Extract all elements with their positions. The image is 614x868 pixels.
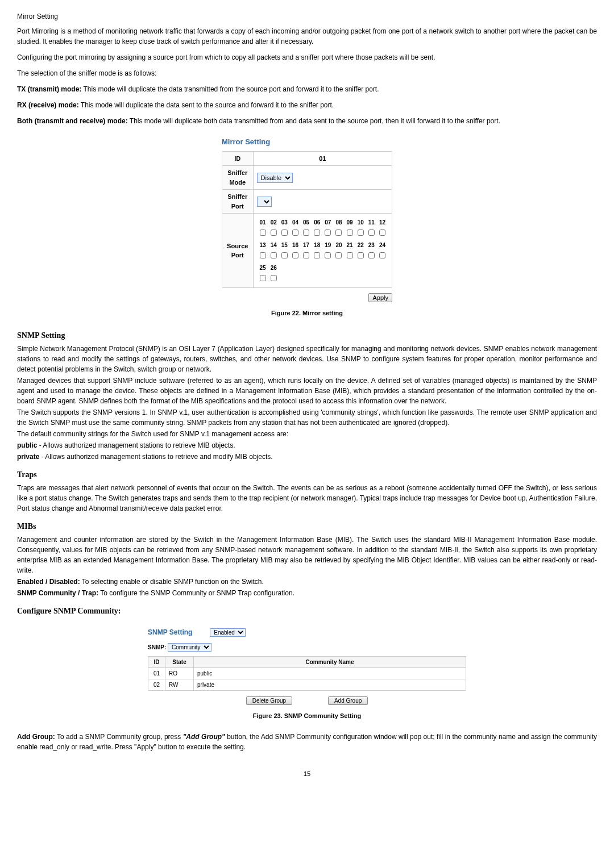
cell-id: 01 xyxy=(148,667,165,679)
port-number: 09 xyxy=(345,217,355,228)
sniffer-port-label: Sniffer Port xyxy=(222,190,254,214)
mibs-p1: Management and counter information are s… xyxy=(17,535,597,575)
port-number: 15 xyxy=(280,240,289,251)
source-port-checkbox[interactable] xyxy=(281,252,288,258)
cell-id: 02 xyxy=(148,679,165,690)
port-number: 16 xyxy=(291,240,300,251)
configure-heading: Configure SNMP Community: xyxy=(17,605,597,617)
mibs-community: SNMP Community / Trap: To configure the … xyxy=(17,588,597,598)
source-port-checkbox[interactable] xyxy=(347,229,353,236)
add-group-button[interactable]: Add Group xyxy=(328,696,368,705)
private-label: private xyxy=(17,453,39,461)
mirror-tx: TX (transmit) mode: This mode will dupli… xyxy=(17,84,597,94)
sniffer-port-select[interactable] xyxy=(257,197,272,207)
source-port-checkbox[interactable] xyxy=(368,229,375,236)
cell-name: public xyxy=(194,667,466,679)
page-number: 15 xyxy=(17,769,597,779)
th-name: Community Name xyxy=(194,656,466,667)
source-port-checkbox[interactable] xyxy=(271,252,277,258)
source-port-checkbox[interactable] xyxy=(292,229,298,236)
rx-text: This mode will duplicate the data sent t… xyxy=(79,101,334,109)
mirror-p1: Port Mirroring is a method of monitoring… xyxy=(17,26,597,47)
snmp-p2: Managed devices that support SNMP includ… xyxy=(17,375,597,406)
add-group-btn-text: "Add Group" xyxy=(183,733,225,741)
source-port-checkbox[interactable] xyxy=(314,252,320,258)
cell-state: RW xyxy=(165,679,194,690)
snmp-panel-title: SNMP Setting xyxy=(148,627,192,637)
add-group-label: Add Group: xyxy=(17,733,55,741)
community-label: SNMP Community / Trap: xyxy=(17,589,98,597)
port-number: 26 xyxy=(269,262,279,273)
th-state: State xyxy=(165,656,194,667)
source-port-checkbox[interactable] xyxy=(335,252,342,258)
source-port-checkbox[interactable] xyxy=(271,229,277,236)
source-port-checkbox[interactable] xyxy=(335,229,342,236)
port-number: 03 xyxy=(280,217,289,228)
port-number: 05 xyxy=(301,217,311,228)
port-number: 24 xyxy=(377,240,387,251)
both-label: Both (transmit and receive) mode: xyxy=(17,117,128,125)
snmp-type-select[interactable]: Community xyxy=(168,643,211,652)
snmp-public: public - Allows authorized management st… xyxy=(17,440,597,450)
traps-heading: Traps xyxy=(17,469,597,481)
public-label: public xyxy=(17,441,37,449)
id-label: ID xyxy=(222,151,254,166)
source-port-checkbox[interactable] xyxy=(303,252,309,258)
source-port-grid: 010203040506070809101112 131415161718192… xyxy=(257,216,389,285)
rx-label: RX (receive) mode: xyxy=(17,101,79,109)
port-number: 11 xyxy=(367,217,376,228)
snmp-label: SNMP: xyxy=(148,644,166,650)
source-port-label: Source Port xyxy=(222,214,254,288)
port-number: 14 xyxy=(269,240,279,251)
source-port-checkbox[interactable] xyxy=(358,229,364,236)
tx-label: TX (transmit) mode: xyxy=(17,85,81,93)
source-port-checkbox[interactable] xyxy=(379,229,385,236)
port-number: 08 xyxy=(334,217,343,228)
source-port-checkbox[interactable] xyxy=(260,252,266,258)
port-number: 01 xyxy=(258,217,268,228)
source-port-checkbox[interactable] xyxy=(325,252,331,258)
mibs-enabled: Enabled / Disabled: To selecting enable … xyxy=(17,577,597,587)
source-port-checkbox[interactable] xyxy=(281,229,288,236)
mirror-rx: RX (receive) mode: This mode will duplic… xyxy=(17,100,597,110)
mirror-both: Both (transmit and receive) mode: This m… xyxy=(17,116,597,126)
add-group-para: Add Group: To add a SNMP Community group… xyxy=(17,732,597,752)
port-number: 17 xyxy=(301,240,311,251)
table-row[interactable]: 01ROpublic xyxy=(148,667,466,679)
source-port-checkbox[interactable] xyxy=(303,229,309,236)
tx-text: This mode will duplicate the data transm… xyxy=(81,85,379,93)
port-number: 23 xyxy=(367,240,376,251)
source-port-checkbox[interactable] xyxy=(260,275,266,281)
community-text: To configure the SNMP Community or SNMP … xyxy=(98,589,294,597)
th-id: ID xyxy=(148,656,165,667)
port-number: 13 xyxy=(258,240,268,251)
port-number: 06 xyxy=(312,217,322,228)
source-port-checkbox[interactable] xyxy=(271,275,277,281)
cell-name: private xyxy=(194,679,466,690)
port-number: 18 xyxy=(312,240,322,251)
apply-button[interactable]: Apply xyxy=(368,293,392,302)
private-text: - Allows authorized management stations … xyxy=(39,453,272,461)
source-port-checkbox[interactable] xyxy=(292,252,298,258)
figure-23: SNMP Setting Enabled SNMP: Community ID … xyxy=(17,627,597,721)
sniffer-mode-select[interactable]: Disable xyxy=(257,173,293,183)
table-row[interactable]: 02RWprivate xyxy=(148,679,466,690)
delete-group-button[interactable]: Delete Group xyxy=(246,696,292,705)
port-number: 22 xyxy=(356,240,366,251)
source-port-checkbox[interactable] xyxy=(314,229,320,236)
source-port-checkbox[interactable] xyxy=(379,252,385,258)
snmp-enabled-select[interactable]: Enabled xyxy=(210,628,246,637)
source-port-checkbox[interactable] xyxy=(325,229,331,236)
source-port-checkbox[interactable] xyxy=(358,252,364,258)
snmp-heading: SNMP Setting xyxy=(17,329,597,341)
traps-p1: Traps are messages that alert network pe… xyxy=(17,483,597,514)
public-text: - Allows authorized management stations … xyxy=(37,441,235,449)
port-number: 04 xyxy=(291,217,300,228)
id-value: 01 xyxy=(253,151,392,166)
port-number: 25 xyxy=(258,262,268,273)
source-port-checkbox[interactable] xyxy=(260,229,266,236)
figure-22: Mirror Setting ID 01 Sniffer Mode Disabl… xyxy=(17,136,597,318)
figure-22-caption: Figure 22. Mirror setting xyxy=(17,308,597,318)
source-port-checkbox[interactable] xyxy=(368,252,375,258)
source-port-checkbox[interactable] xyxy=(347,252,353,258)
